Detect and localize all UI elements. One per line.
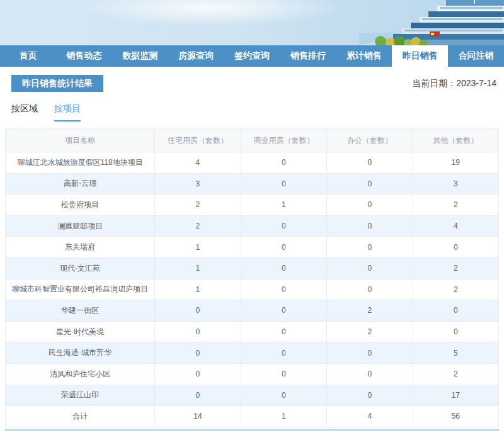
project-name-cell: 高新·云璟 [6, 173, 155, 195]
column-header-4: 办公（套数） [327, 129, 413, 152]
project-name-cell: 聊城江北水城旅游度假区118地块项目 [6, 152, 155, 174]
project-name-cell: 华建一街区 [6, 300, 155, 322]
count-cell: 0 [241, 342, 326, 364]
nav-item-6[interactable]: 销售排行 [280, 45, 336, 67]
count-cell: 17 [413, 385, 498, 406]
count-cell: 2 [327, 300, 413, 322]
table-row: 民生海通·城市芳华0005 [6, 342, 499, 364]
count-cell: 0 [241, 173, 326, 195]
nav-item-2[interactable]: 销售动态 [56, 45, 112, 67]
table-row: 高新·云璟3003 [6, 173, 499, 195]
count-cell: 0 [241, 152, 326, 174]
count-cell: 0 [155, 300, 241, 322]
project-name-cell: 现代·文汇苑 [6, 257, 155, 279]
table-row: 合计141456 [6, 406, 499, 427]
column-header-5: 其他（套数） [413, 129, 498, 152]
nav-item-1[interactable]: 首页 [0, 45, 56, 67]
count-cell: 2 [413, 279, 498, 300]
project-name-cell: 聊城市科智置业有限公司裕昌润珺庐项目 [6, 279, 155, 300]
count-cell: 1 [155, 279, 241, 300]
count-cell: 2 [155, 195, 241, 216]
count-cell: 0 [327, 173, 413, 195]
count-cell: 0 [241, 257, 326, 279]
sales-table: 项目名称住宅用房（套数）商业用房（套数）办公（套数）其他（套数） 聊城江北水城旅… [5, 128, 499, 427]
count-cell: 5 [413, 342, 498, 364]
count-cell: 0 [155, 385, 241, 406]
table-header-row: 项目名称住宅用房（套数）商业用房（套数）办公（套数）其他（套数） [6, 129, 499, 152]
view-tabs: 按区域按项目 [11, 103, 499, 121]
project-name-cell: 东关瑞府 [6, 237, 155, 258]
count-cell: 0 [241, 237, 326, 258]
nav-item-4[interactable]: 房源查询 [168, 45, 224, 67]
bottom-divider [5, 429, 499, 431]
count-cell: 3 [413, 173, 498, 195]
table-row: 澜庭观邸项目2004 [6, 215, 499, 237]
count-cell: 0 [327, 152, 413, 174]
count-cell: 1 [155, 257, 241, 279]
tab-2[interactable]: 按项目 [54, 103, 81, 121]
project-name-cell: 合计 [6, 406, 155, 427]
count-cell: 0 [327, 279, 413, 300]
project-name-cell: 澜庭观邸项目 [6, 215, 155, 237]
project-name-cell: 星光·时代美境 [6, 321, 155, 342]
nav-item-8[interactable]: 昨日销售 [392, 45, 448, 67]
table-row: 华建一街区0020 [6, 300, 499, 322]
count-cell: 0 [241, 279, 326, 300]
count-cell: 0 [241, 363, 326, 385]
count-cell: 1 [241, 195, 326, 216]
count-cell: 0 [327, 363, 413, 385]
count-cell: 1 [155, 237, 241, 258]
count-cell: 0 [241, 300, 326, 322]
count-cell: 0 [155, 363, 241, 385]
table-row: 现代·文汇苑1002 [6, 257, 499, 279]
current-date: 当前日期：2023-7-14 [412, 78, 498, 89]
count-cell: 4 [413, 215, 498, 237]
table-row: 东关瑞府1000 [6, 237, 499, 258]
tab-1[interactable]: 按区域 [11, 103, 38, 121]
nav-item-7[interactable]: 累计销售 [336, 45, 392, 67]
count-cell: 0 [327, 195, 413, 216]
count-cell: 0 [155, 342, 241, 364]
current-date-value: 2023-7-14 [456, 78, 496, 88]
count-cell: 0 [327, 342, 413, 364]
count-cell: 0 [413, 300, 498, 322]
count-cell: 3 [155, 173, 241, 195]
page-title: 昨日销售统计结果 [11, 75, 103, 92]
column-header-1: 项目名称 [6, 129, 155, 152]
count-cell: 2 [155, 215, 241, 237]
count-cell: 0 [241, 385, 326, 406]
count-cell: 0 [413, 321, 498, 342]
count-cell: 0 [155, 321, 241, 342]
table-row: 聊城市科智置业有限公司裕昌润珺庐项目1002 [6, 279, 499, 300]
project-name-cell: 荣盛江山印 [6, 385, 155, 406]
count-cell: 0 [241, 321, 326, 342]
count-cell: 1 [241, 406, 326, 427]
count-cell: 2 [413, 257, 498, 279]
city-building-illustration [359, 0, 504, 45]
project-name-cell: 民生海通·城市芳华 [6, 342, 155, 364]
count-cell: 2 [413, 363, 498, 385]
table-row: 清风和庐住宅小区0002 [6, 363, 499, 385]
count-cell: 14 [155, 406, 241, 427]
count-cell: 0 [241, 215, 326, 237]
count-cell: 2 [327, 321, 413, 342]
count-cell: 0 [413, 237, 498, 258]
count-cell: 0 [327, 257, 413, 279]
header-banner [0, 0, 504, 45]
content-header: 昨日销售统计结果 当前日期：2023-7-14 [5, 75, 499, 92]
table-row: 荣盛江山印00017 [6, 385, 499, 406]
project-name-cell: 松贵府项目 [6, 195, 155, 216]
table-row: 松贵府项目2102 [6, 195, 499, 216]
nav-item-9[interactable]: 合同注销 [448, 45, 504, 67]
count-cell: 0 [327, 215, 413, 237]
table-body: 聊城江北水城旅游度假区118地块项目40019高新·云璟3003松贵府项目210… [6, 152, 499, 427]
column-header-2: 住宅用房（套数） [155, 129, 241, 152]
column-header-3: 商业用房（套数） [241, 129, 326, 152]
nav-item-5[interactable]: 签约查询 [224, 45, 280, 67]
count-cell: 19 [413, 152, 498, 174]
count-cell: 0 [327, 237, 413, 258]
nav-item-3[interactable]: 数据监测 [112, 45, 168, 67]
current-date-label: 当前日期： [412, 78, 456, 88]
count-cell: 2 [413, 195, 498, 216]
count-cell: 4 [155, 152, 241, 174]
